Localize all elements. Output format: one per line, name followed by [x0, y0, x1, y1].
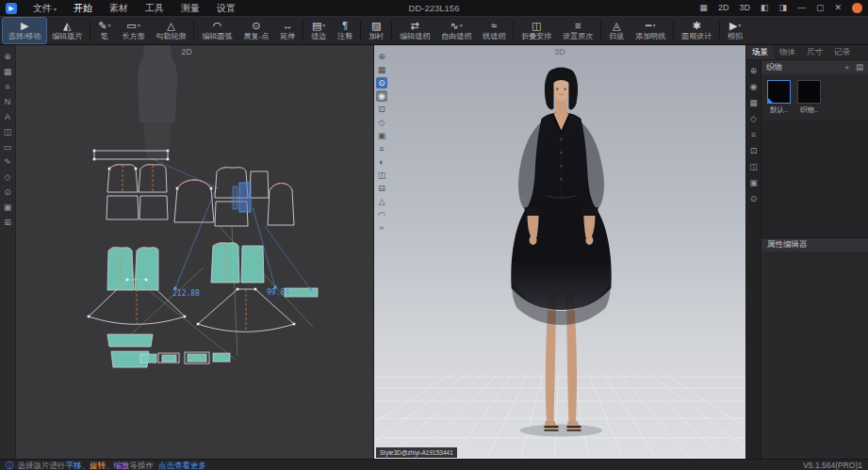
scene-stitch-icon[interactable]: ≡	[747, 129, 760, 140]
tool-勾勒轮廓[interactable]: △勾勒轮廓	[150, 18, 191, 43]
tool-自由缝纫[interactable]: ∿▾自由缝纫	[435, 18, 477, 43]
view-2d-label: 2D	[181, 47, 192, 57]
fabric-3d-icon[interactable]: ◇	[376, 117, 387, 128]
pen-tool-icon[interactable]: ✎	[2, 156, 14, 168]
show-seam-icon[interactable]: ≡	[2, 81, 14, 92]
tab-尺寸[interactable]: 尺寸	[801, 45, 828, 59]
view-2d-button[interactable]: 2D	[718, 0, 729, 16]
toolbar-divider	[391, 21, 392, 41]
seam-3d-icon[interactable]: ≡	[376, 143, 387, 154]
pan-tool-icon[interactable]: ⊕	[2, 51, 14, 62]
pattern-teal-pieces[interactable]	[107, 243, 318, 367]
tool-折叠安排[interactable]: ◫折叠安排	[516, 18, 557, 43]
menu-素材[interactable]: 素材	[101, 0, 137, 16]
tool-编辑圆弧[interactable]: ◠编辑圆弧	[196, 18, 237, 43]
tab-记录[interactable]: 记录	[828, 45, 856, 59]
menu-测量[interactable]: 测量	[172, 0, 208, 16]
pin-3d-icon[interactable]: ⊡	[376, 104, 387, 115]
pane-left-icon[interactable]: ◧	[761, 0, 769, 16]
scene-list-area[interactable]	[762, 121, 868, 237]
pattern-selected-piece[interactable]	[233, 183, 251, 212]
grid-snap-icon[interactable]: ▦	[2, 66, 14, 77]
pane-right-icon[interactable]: ◨	[778, 0, 787, 16]
see-more-link[interactable]: 点击查看更多	[158, 460, 206, 470]
tool-编辑版片[interactable]: ◭编辑版片	[46, 18, 88, 43]
scene-fabric-icon[interactable]: ▦	[747, 97, 760, 108]
user-avatar[interactable]	[852, 3, 862, 13]
tool-长方形[interactable]: ▭▾长方形	[116, 18, 150, 43]
avatar-shadow	[520, 425, 603, 437]
menu-文件[interactable]: 文件▾	[25, 0, 65, 16]
tool-展复-点[interactable]: ⊙展复-点	[237, 18, 274, 43]
tab-物体[interactable]: 物体	[774, 45, 801, 59]
annotation-tool-icon[interactable]: A	[2, 111, 14, 122]
tool-归拔[interactable]: ◬归拔	[603, 18, 630, 43]
notch-icon[interactable]: N	[2, 96, 14, 107]
wind-icon[interactable]: ≈	[376, 222, 387, 234]
hide-icon[interactable]: ⊟	[376, 183, 387, 194]
toolbar-divider	[193, 21, 194, 41]
tool-线缝纫[interactable]: ≈线缝纫	[477, 18, 511, 43]
tool-模拟[interactable]: ▶▾模拟	[722, 18, 748, 43]
tool-label: 圆顺设计	[681, 32, 712, 41]
tool-label: 笔	[101, 32, 108, 41]
tool-选择/移动[interactable]: ▶选择/移动	[3, 18, 46, 43]
mirror-3d-icon[interactable]: ◫	[376, 170, 387, 181]
tool-缝边[interactable]: ▤▾缝边	[305, 18, 332, 43]
pin-icon[interactable]: ⊙	[2, 186, 14, 198]
statusbar: ⓘ 选择版片进行平移、旋转、缩放等操作 点击查看更多 V5.1.564(PRO)…	[0, 459, 868, 470]
shading-icon[interactable]: ◐	[376, 156, 387, 168]
app-logo-icon[interactable]: ▶	[6, 3, 17, 14]
avatar-canvas[interactable]	[374, 45, 745, 459]
avatar[interactable]	[511, 68, 611, 437]
status-text: 等操作	[130, 460, 155, 470]
tool-笔[interactable]: ✎▾笔	[92, 18, 116, 43]
show-grid-icon[interactable]: ▦	[376, 64, 387, 75]
fabric-swatch[interactable]	[797, 80, 821, 104]
arc-3d-icon[interactable]: ◠	[376, 209, 387, 220]
scene-garment-icon[interactable]: ◉	[747, 81, 760, 92]
menu-设置[interactable]: 设置	[208, 0, 244, 16]
tool-注释[interactable]: ¶注释	[332, 18, 358, 43]
garment-3d-view[interactable]: 3D	[373, 45, 745, 459]
scene-misc-icon[interactable]: ⊙	[747, 193, 760, 204]
pattern-nodes[interactable]	[88, 150, 296, 326]
layout-grid-icon[interactable]: ▦	[699, 0, 708, 16]
property-editor-body[interactable]	[762, 251, 868, 459]
tool-添加明线[interactable]: ┅▾添加明线	[630, 18, 671, 43]
show-avatar-icon[interactable]: ⊙	[376, 77, 387, 89]
tool-编辑缝纫[interactable]: ⇄编辑缝纫	[394, 18, 435, 43]
rect-select-icon[interactable]: ▭	[2, 141, 14, 153]
show-garment-icon[interactable]: ◉	[376, 90, 387, 102]
fabric-swatch-item[interactable]: 默认..	[767, 80, 791, 115]
scene-trim-icon[interactable]: ◇	[747, 113, 760, 124]
pattern-2d-view[interactable]: ⊕▦≡NA◫▭✎◇⊙▣⊞ 2D	[0, 45, 373, 459]
texture-icon[interactable]: ▣	[2, 202, 14, 213]
fabric-swatch[interactable]	[767, 80, 791, 104]
scene-background-icon[interactable]: ▣	[747, 177, 760, 188]
scene-light-icon[interactable]: ⊡	[747, 145, 760, 156]
maximize-button[interactable]: ▢	[816, 0, 825, 16]
tool-加衬[interactable]: ▨加衬	[363, 18, 389, 43]
menu-开始[interactable]: 开始	[65, 0, 101, 16]
tool-圆顺设计[interactable]: ✱圆顺设计	[676, 18, 717, 43]
view-3d-button[interactable]: 3D	[739, 0, 750, 16]
minimize-button[interactable]: —	[797, 0, 806, 16]
fabric-view-toggle[interactable]: ▤	[856, 62, 863, 73]
tool-延伸[interactable]: ↔延伸	[274, 18, 301, 43]
tab-场景[interactable]: 场景	[746, 45, 774, 59]
menu-工具[interactable]: 工具	[137, 0, 172, 16]
texture-3d-icon[interactable]: ▣	[376, 130, 387, 141]
mirror-icon[interactable]: ◫	[2, 126, 14, 138]
add-fabric-button[interactable]: ＋	[843, 62, 851, 73]
fabric-swatch-item[interactable]: 织物..	[797, 80, 821, 115]
select-3d-icon[interactable]: ⊕	[376, 51, 387, 62]
pose-icon[interactable]: △	[376, 196, 387, 207]
layers-icon[interactable]: ⊞	[2, 217, 14, 228]
close-button[interactable]: ✕	[834, 0, 842, 16]
tool-设置层次[interactable]: ≡设置层次	[557, 18, 598, 43]
scene-camera-icon[interactable]: ◫	[747, 161, 760, 172]
dart-icon[interactable]: ◇	[2, 171, 14, 183]
scene-avatar-icon[interactable]: ⊕	[747, 65, 760, 76]
pattern-canvas[interactable]: 212.88 99.84	[0, 45, 373, 459]
